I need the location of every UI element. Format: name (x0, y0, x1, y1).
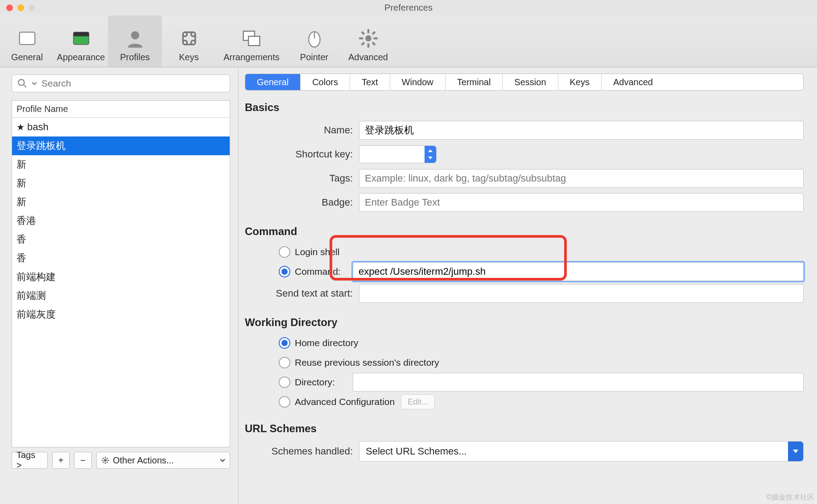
profile-row[interactable]: 新 (12, 174, 230, 193)
toolbar-label: Arrangements (223, 52, 280, 62)
svg-line-31 (103, 462, 104, 463)
svg-line-22 (24, 85, 26, 87)
tags-label: Tags: (245, 173, 359, 184)
profile-name: 香 (17, 252, 26, 265)
keys-icon (179, 28, 199, 49)
schemes-select[interactable]: Select URL Schemes... (359, 441, 804, 462)
command-input[interactable] (353, 262, 804, 281)
directory-input[interactable] (353, 373, 804, 392)
profile-name: 香港 (17, 214, 36, 227)
add-profile-button[interactable]: + (52, 452, 70, 469)
gear-icon (101, 456, 109, 464)
schemes-value: Select URL Schemes... (366, 446, 467, 457)
search-field[interactable] (12, 74, 230, 92)
search-input[interactable] (41, 78, 224, 89)
profile-row[interactable]: ★bash (12, 118, 230, 136)
tab-terminal[interactable]: Terminal (446, 74, 503, 90)
minimize-icon[interactable] (17, 4, 24, 11)
profile-row[interactable]: 香 (12, 230, 230, 249)
directory-radio[interactable] (279, 376, 290, 388)
tab-keys[interactable]: Keys (558, 74, 602, 90)
toolbar-profiles[interactable]: Profiles (108, 16, 162, 67)
badge-input[interactable] (359, 193, 804, 212)
edit-button: Edit... (401, 394, 435, 409)
adv-config-radio[interactable] (279, 396, 290, 408)
profile-row[interactable]: 新 (12, 193, 230, 211)
window-title: Preferences (384, 3, 433, 13)
zoom-icon (29, 4, 35, 11)
appearance-icon (71, 28, 91, 49)
home-dir-radio[interactable] (279, 337, 290, 349)
profiles-sidebar: Profile Name ★bash登录跳板机新新新香港香香前端构建前端测前端灰… (0, 67, 238, 503)
tab-window[interactable]: Window (390, 74, 446, 90)
svg-point-4 (183, 32, 187, 36)
search-icon (17, 78, 27, 88)
send-text-input[interactable] (359, 284, 804, 303)
svg-point-5 (191, 32, 195, 36)
tab-colors[interactable]: Colors (301, 74, 350, 90)
main-toolbar: General Appearance Profiles Keys Arrange… (0, 16, 817, 67)
toolbar-appearance[interactable]: Appearance (54, 16, 108, 67)
profile-row[interactable]: 前端灰度 (12, 305, 230, 324)
toolbar-keys[interactable]: Keys (162, 16, 216, 67)
toolbar-pointer[interactable]: Pointer (287, 16, 341, 67)
profile-name: 前端灰度 (17, 308, 56, 321)
directory-label: Directory: (295, 377, 353, 388)
svg-line-19 (372, 32, 375, 34)
svg-line-29 (107, 462, 107, 463)
command-label: Command: (295, 266, 353, 277)
tags-input[interactable] (359, 169, 804, 188)
svg-line-17 (362, 32, 364, 34)
remove-profile-button[interactable]: − (74, 452, 92, 469)
profile-row[interactable]: 香 (12, 249, 230, 268)
command-heading: Command (245, 225, 804, 238)
profile-name: 新 (17, 177, 26, 190)
toolbar-label: Advanced (348, 52, 388, 62)
profile-row[interactable]: 登录跳板机 (12, 136, 230, 155)
name-label: Name: (245, 124, 359, 136)
toolbar-label: Appearance (57, 52, 105, 62)
tab-text[interactable]: Text (350, 74, 390, 90)
profile-detail: GeneralColorsTextWindowTerminalSessionKe… (238, 67, 817, 503)
profile-row[interactable]: 前端测 (12, 286, 230, 305)
other-actions-menu[interactable]: Other Actions... (96, 452, 230, 469)
svg-line-20 (362, 42, 364, 45)
profile-row[interactable]: 前端构建 (12, 268, 230, 286)
toolbar-label: Profiles (120, 52, 150, 62)
gear-icon (358, 28, 379, 49)
schemes-label: Schemes handled: (245, 446, 359, 457)
profile-name: 前端测 (17, 289, 46, 302)
name-input[interactable] (359, 121, 804, 140)
reuse-dir-radio[interactable] (279, 357, 290, 368)
toolbar-arrangements[interactable]: Arrangements (216, 16, 287, 67)
star-icon: ★ (17, 122, 25, 132)
profile-list-header[interactable]: Profile Name (12, 101, 230, 118)
home-dir-label: Home directory (295, 338, 358, 348)
profile-name: bash (27, 121, 49, 133)
other-actions-label: Other Actions... (113, 455, 174, 466)
svg-point-7 (191, 41, 195, 45)
workdir-heading: Working Directory (245, 316, 804, 329)
login-shell-label: Login shell (295, 247, 339, 257)
tab-advanced[interactable]: Advanced (602, 74, 664, 90)
tab-session[interactable]: Session (503, 74, 558, 90)
profile-row[interactable]: 新 (12, 155, 230, 174)
close-icon[interactable] (6, 4, 13, 11)
toolbar-general[interactable]: General (0, 16, 54, 67)
command-radio[interactable] (279, 266, 290, 277)
profile-list: Profile Name ★bash登录跳板机新新新香港香香前端构建前端测前端灰… (12, 100, 230, 447)
adv-config-label: Advanced Configuration (295, 397, 395, 407)
toolbar-advanced[interactable]: Advanced (341, 16, 395, 67)
svg-line-30 (107, 458, 107, 459)
profile-row[interactable]: 香港 (12, 211, 230, 230)
svg-point-12 (365, 35, 371, 41)
tab-general[interactable]: General (245, 74, 301, 90)
profile-name: 香 (17, 233, 26, 246)
svg-rect-2 (73, 32, 89, 36)
login-shell-radio[interactable] (279, 246, 290, 258)
tags-button[interactable]: Tags > (12, 452, 48, 469)
svg-line-18 (372, 42, 375, 45)
toolbar-label: Keys (179, 52, 198, 62)
chevron-down-icon[interactable] (32, 81, 37, 86)
shortcut-select[interactable] (359, 145, 437, 163)
